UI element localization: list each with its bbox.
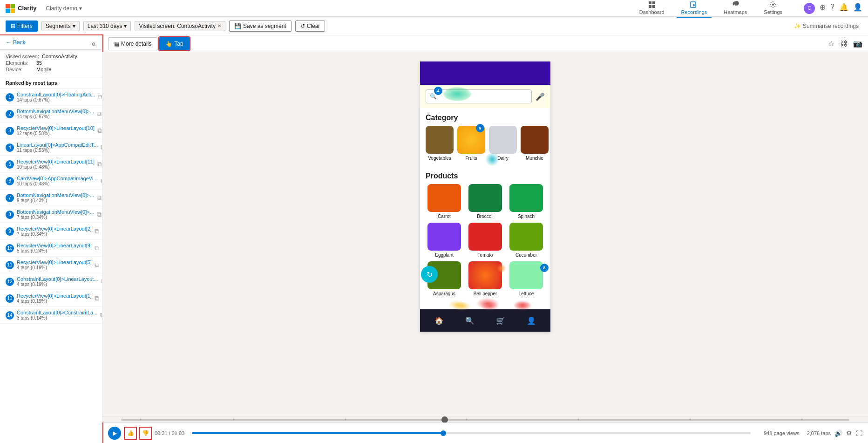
volume-icon[interactable]: 🔊 [834,429,842,437]
sidebar-item-copy-icon[interactable]: ⧉ [101,143,102,151]
collapse-sidebar-button[interactable]: « [89,39,98,48]
back-button[interactable]: ← Back [0,35,102,50]
camera-icon[interactable]: 📷 [853,39,862,48]
clear-button[interactable]: ↺ Clear [295,20,326,32]
share-icon[interactable]: ⛓ [840,40,848,48]
product-carrot[interactable]: Carrot [426,184,463,219]
nav-tab-recordings[interactable]: Recordings [677,0,712,18]
play-button[interactable]: ▶ [108,427,121,440]
filters-button[interactable]: ⊞ Filters [6,20,38,32]
nav-tab-dashboard[interactable]: Dashboard [635,0,669,18]
summarize-button[interactable]: ✨ Summarise recordings [790,21,862,31]
player-thumb[interactable] [441,430,446,436]
sidebar-item-copy-icon[interactable]: ⧉ [95,227,99,235]
tap-tab[interactable]: 👆 Tap [159,37,189,50]
heat-row [420,304,550,307]
player-time: 00:31 / 01:03 [155,430,184,436]
nav-tab-heatmaps[interactable]: Heatmaps [719,0,752,18]
scroll-tick-1: ▾ [140,417,142,422]
sidebar-item-copy-icon[interactable]: ⧉ [101,278,102,286]
category-munchie[interactable]: Munchie [521,126,549,161]
sidebar-item-copy-icon[interactable]: ⧉ [97,160,102,168]
svg-rect-6 [649,5,651,8]
product-spinach[interactable]: Spinach [508,184,545,219]
thumbs-up-button[interactable]: 👍 [125,428,136,439]
sidebar-list-item[interactable]: 1 ConstraintLayout[0]>FloatingActi... 14… [0,89,102,106]
sidebar-item-text: RecyclerView[0]>LinearLayout[1] 4 taps (… [17,293,92,304]
sidebar-list-item[interactable]: 8 BottomNavigationMenuView[0]>... 7 taps… [0,206,102,223]
tap-icon: 👆 [165,41,172,47]
cart-icon[interactable]: 🛒 [496,316,505,325]
category-fruits[interactable]: 9 Fruits [457,126,485,161]
sidebar-list-item[interactable]: 3 RecyclerView[0]>LinearLayout[10] 12 ta… [0,123,102,139]
fullscreen-icon[interactable]: ⛶ [856,429,862,437]
save-segment-button[interactable]: 💾 Save as segment [229,20,292,32]
date-tag[interactable]: Last 310 days ▾ [83,21,131,31]
sidebar-item-taps: 11 taps (0.53%) [17,148,98,153]
thumbs-down-button[interactable]: 👎 [140,428,151,439]
star-icon[interactable]: ☆ [828,39,834,48]
player-bar: ▶ 👍 👎 00:31 / 01:03 948 page views 2,076… [102,423,868,443]
speed-icon[interactable]: ⚙ [846,429,852,437]
left-sidebar: ← Back « Visited screen: ContosoActivity… [0,35,102,443]
product-broccoli[interactable]: Broccoli [467,184,504,219]
sidebar-list-item[interactable]: 2 BottomNavigationMenuView[0]>... 14 tap… [0,106,102,123]
sidebar-list-item[interactable]: 14 ConstraintLayout[0]>ConstraintLa... 3… [0,307,102,324]
sidebar-item-copy-icon[interactable]: ⧉ [97,110,102,118]
sidebar-item-number: 10 [6,244,14,252]
sidebar-list-item[interactable]: 7 BottomNavigationMenuView[0]>... 9 taps… [0,190,102,206]
sidebar-list-item[interactable]: 12 ConstraintLayout[0]>LinearLayout... 4… [0,273,102,290]
sidebar-item-copy-icon[interactable]: ⧉ [98,93,102,101]
category-dairy[interactable]: Dairy [489,126,517,161]
sparkle-icon: ✨ [794,23,801,29]
sidebar-item-text: BottomNavigationMenuView[0]>... 7 taps (… [17,209,94,220]
category-vegetables[interactable]: Vegetables [426,126,454,161]
home-icon[interactable]: 🏠 [434,316,444,325]
sidebar-item-copy-icon[interactable]: ⧉ [95,261,99,269]
lettuce-img [509,261,543,289]
more-details-tab[interactable]: ▦ More details [108,37,157,50]
sidebar-item-text: RecyclerView[0]>LinearLayout[5] 4 taps (… [17,259,92,270]
segments-tag[interactable]: Segments ▾ [41,21,80,31]
sidebar-item-copy-icon[interactable]: ⧉ [101,177,102,185]
product-cucumber[interactable]: Cucumber [508,223,545,258]
sidebar-list-item[interactable]: 6 CardView[0]>AppCompatImageVi... 10 tap… [0,173,102,190]
remove-filter-icon[interactable]: ✕ [217,23,221,28]
sidebar-item-copy-icon[interactable]: ⧉ [97,127,102,135]
nav-tab-settings[interactable]: Settings [759,0,787,18]
demo-dropdown[interactable]: Clarity demo ▾ [46,5,81,12]
sidebar-item-copy-icon[interactable]: ⧉ [95,244,99,252]
sidebar-list-item[interactable]: 5 RecyclerView[0]>LinearLayout[11] 10 ta… [0,156,102,173]
product-tomato[interactable]: Tomato [467,223,504,258]
product-eggplant[interactable]: Eggplant [426,223,463,258]
sidebar-item-taps: 3 taps (0.14%) [17,315,97,320]
product-bellpepper[interactable]: Bell pepper [467,261,504,296]
sidebar-item-copy-icon[interactable]: ⧉ [95,294,99,302]
horizontal-scrollbar[interactable]: ▾ ▾ ▾ ▾ ▾ ▾ ▾ [102,416,868,423]
product-lettuce[interactable]: Lettuce 8 [508,261,545,296]
sidebar-list-item[interactable]: 11 RecyclerView[0]>LinearLayout[5] 4 tap… [0,257,102,273]
player-timeline[interactable] [192,432,751,434]
sidebar-item-copy-icon[interactable]: ⧉ [97,211,102,218]
sidebar-item-taps: 14 taps (0.67%) [17,97,95,102]
scroll-tick-5: ▾ [577,417,579,422]
search-icon[interactable]: 🔍 [465,316,475,325]
help-icon[interactable]: ? [830,3,834,14]
sidebar-list-item[interactable]: 10 RecyclerView[0]>LinearLayout[9] 5 tap… [0,240,102,257]
sidebar-item-copy-icon[interactable]: ⧉ [97,194,102,202]
search-badge: 4 [434,87,442,95]
sidebar-list-item[interactable]: 9 RecyclerView[0]>LinearLayout[2] 7 taps… [0,223,102,240]
profile-icon[interactable]: 👤 [527,316,536,325]
scroll-tick-6: ▾ [689,417,691,422]
visited-screen-tag[interactable]: Visited screen: ContosoActivity ✕ [135,21,225,31]
account-icon[interactable]: 👤 [853,3,862,14]
user-avatar[interactable]: C [804,3,815,14]
sidebar-list-item[interactable]: 13 RecyclerView[0]>LinearLayout[1] 4 tap… [0,290,102,307]
sidebar-item-copy-icon[interactable]: ⧉ [100,311,102,319]
notification-icon[interactable]: 🔔 [839,3,848,14]
product-asparagus[interactable]: ↻ Asparagus [426,261,463,296]
scroll-thumb[interactable] [441,416,448,423]
sidebar-list-item[interactable]: 4 LinearLayout[0]>AppCompatEditT... 11 t… [0,139,102,156]
scroll-tick-7: ▾ [801,417,803,422]
connect-icon[interactable]: ⊕ [820,3,826,14]
